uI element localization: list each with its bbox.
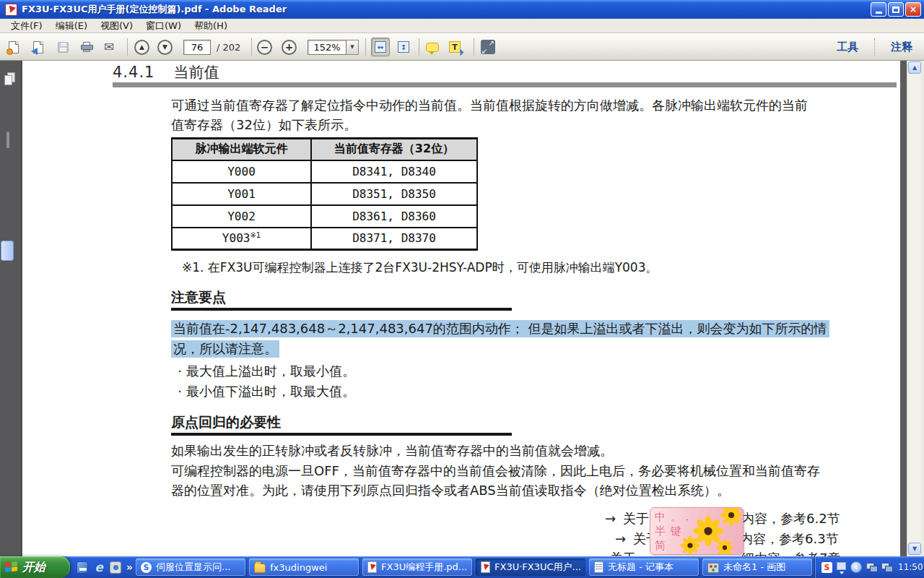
previous-page-button[interactable]: ▲	[134, 36, 149, 58]
sogou-ime-tray-icon[interactable]: S	[821, 562, 832, 573]
save-as-button[interactable]	[33, 36, 43, 58]
show-desktop-icon[interactable]	[77, 561, 88, 574]
taskbar-button-label: 伺服位置显示问...	[156, 561, 230, 574]
chevron-down-icon: ▼	[350, 44, 354, 50]
print-button[interactable]	[81, 36, 93, 58]
document-area: 4.4.1当前值 可通过当前值寄存器了解定位指令中动作的当前值。当前值根据旋转的…	[0, 61, 924, 556]
next-page-button[interactable]: ▼	[157, 36, 173, 58]
taskbar: 开始 e » S 伺服位置显示问... fx3udingwei FX3U编程手册…	[0, 556, 924, 578]
ime-chinese-mode[interactable]: 中	[655, 510, 671, 525]
origin-heading: 原点回归的必要性	[171, 413, 281, 432]
maximize-button[interactable]	[888, 2, 904, 17]
email-button[interactable]: ✉	[104, 36, 114, 58]
table-cell: Y003※1	[172, 228, 311, 250]
save-as-icon	[33, 41, 43, 53]
arrow-right-icon: →	[592, 551, 603, 556]
paperclip-icon	[6, 131, 9, 148]
table-row: Y000 D8341, D8340	[172, 160, 477, 183]
scrollbar-thumb[interactable]	[1, 241, 14, 261]
tools-panel-button[interactable]: 工具	[837, 40, 858, 54]
arrow-right-icon: →	[615, 531, 626, 546]
ime-softkeyboard-toggle[interactable]: 键	[671, 525, 689, 539]
taskbar-button-pdf1[interactable]: FX3U编程手册.pd...	[362, 558, 472, 576]
zoom-in-button[interactable]: +	[282, 36, 297, 58]
zoom-dropdown-button[interactable]: ▼	[346, 40, 359, 55]
paint-icon	[707, 563, 719, 573]
printer-icon	[81, 42, 93, 52]
taskbar-button-label: 未命名1 - 画图	[723, 561, 785, 574]
page-number-input[interactable]	[183, 40, 211, 55]
fit-page-button[interactable]: ↕	[394, 38, 413, 56]
highlight-text-button[interactable]: T	[449, 36, 461, 58]
scroll-up-button[interactable]: ▲	[908, 61, 921, 74]
ime-simplified-mode[interactable]: 简	[655, 539, 671, 553]
window-titlebar: FX3U·FX3UC用户手册(定位控制篇).pdf - Adobe Reader…	[0, 0, 924, 19]
menu-window[interactable]: 窗口(W)	[139, 18, 188, 34]
ime-status-popup[interactable]: 中 。， 半 键 简	[650, 507, 744, 555]
table-footnote: ※1. 在FX3U可编程控制器上连接了2台FX3U-2HSY-ADP时，可使用脉…	[182, 259, 658, 276]
start-button[interactable]: 开始	[0, 556, 70, 578]
ime-halfwidth-mode[interactable]: 半	[655, 525, 671, 539]
scrollbar-edge	[921, 61, 924, 556]
pdf-document-icon	[481, 561, 490, 573]
table-cell: D8351, D8350	[311, 183, 477, 205]
network-status-icon[interactable]	[866, 563, 877, 571]
quick-launch-overflow-chevron[interactable]: »	[126, 561, 133, 573]
ime-punctuation-mode[interactable]: 。，	[671, 510, 689, 525]
floppy-disk-icon	[58, 42, 69, 53]
taskbar-button-browser[interactable]: S 伺服位置显示问...	[136, 558, 245, 576]
menu-help[interactable]: 帮助(H)	[188, 18, 234, 34]
close-button[interactable]: ×	[905, 2, 921, 17]
highlighted-text-line2: 况，所以请注意。	[171, 340, 279, 358]
attachments-button[interactable]	[6, 133, 9, 147]
menu-edit[interactable]: 编辑(E)	[49, 18, 94, 34]
internet-explorer-icon[interactable]: e	[93, 561, 105, 574]
adobe-reader-icon	[5, 4, 17, 16]
open-button[interactable]	[9, 36, 19, 58]
page-total-label: / 202	[217, 36, 240, 58]
network-status-icon[interactable]	[881, 563, 892, 571]
taskbar-button-folder[interactable]: fx3udingwei	[249, 558, 359, 576]
zoom-level-box[interactable]: 152% ▼	[308, 36, 359, 58]
fit-width-icon: ↔	[375, 41, 386, 53]
windows-logo-icon	[5, 561, 18, 574]
scroll-down-button[interactable]: ▼	[908, 543, 921, 555]
fullscreen-arrows-icon: ↗ ↙	[481, 40, 495, 54]
zoom-level-value[interactable]: 152%	[308, 40, 346, 55]
zoom-out-button[interactable]: −	[257, 36, 272, 58]
fit-width-button[interactable]: ↔	[371, 38, 390, 56]
table-cell: Y002	[172, 205, 311, 228]
pdf-document-icon	[367, 561, 377, 573]
minimize-button[interactable]	[871, 2, 886, 17]
pulse-output-table: 脉冲输出端软元件 当前值寄存器（32位） Y000 D8341, D8340 Y…	[171, 137, 478, 251]
taskbar-button-pdf2-active[interactable]: FX3U·FX3UC用户...	[476, 558, 585, 576]
taskbar-button-notepad[interactable]: 无标题 - 记事本	[589, 558, 699, 576]
taskbar-button-paint[interactable]: 未命名1 - 画图	[702, 558, 812, 576]
language-bar-icon[interactable]	[837, 562, 846, 570]
minimize-icon	[876, 12, 882, 14]
minus-icon: −	[257, 40, 272, 55]
system-tray: S ‹ 11:50	[814, 556, 924, 578]
menu-file[interactable]: 文件(F)	[4, 18, 49, 34]
arrow-down-icon: ▼	[157, 40, 173, 55]
section-number: 4.4.1	[113, 64, 154, 81]
table-cell: D8371, D8370	[311, 228, 477, 250]
note-heading-rule	[171, 308, 512, 311]
app-shortcut-icon[interactable]	[110, 561, 121, 574]
hide-inactive-icons-chevron[interactable]: ‹	[850, 561, 862, 573]
comment-bubble-button[interactable]	[426, 36, 439, 58]
clock[interactable]: 11:50	[898, 562, 923, 572]
note-heading: 注意要点	[171, 288, 226, 307]
browser-icon: S	[141, 562, 152, 573]
menu-bar: 文件(F) 编辑(E) 视图(V) 窗口(W) 帮助(H)	[0, 19, 924, 33]
table-header-cell: 脉冲输出端软元件	[172, 139, 311, 160]
taskbar-button-label: FX3U·FX3UC用户...	[494, 561, 581, 574]
ime-mode-indicators: 中 。， 半 键 简	[655, 510, 689, 553]
toolbar-right-panel: 工具 注释	[837, 36, 912, 58]
menu-view[interactable]: 视图(V)	[94, 18, 139, 34]
fullscreen-button[interactable]: ↗ ↙	[481, 36, 495, 58]
vertical-scrollbar[interactable]: ▲ ▼	[907, 61, 921, 556]
comments-panel-button[interactable]: 注释	[891, 40, 912, 54]
save-button[interactable]	[58, 36, 69, 58]
window-controls: ×	[871, 2, 921, 17]
